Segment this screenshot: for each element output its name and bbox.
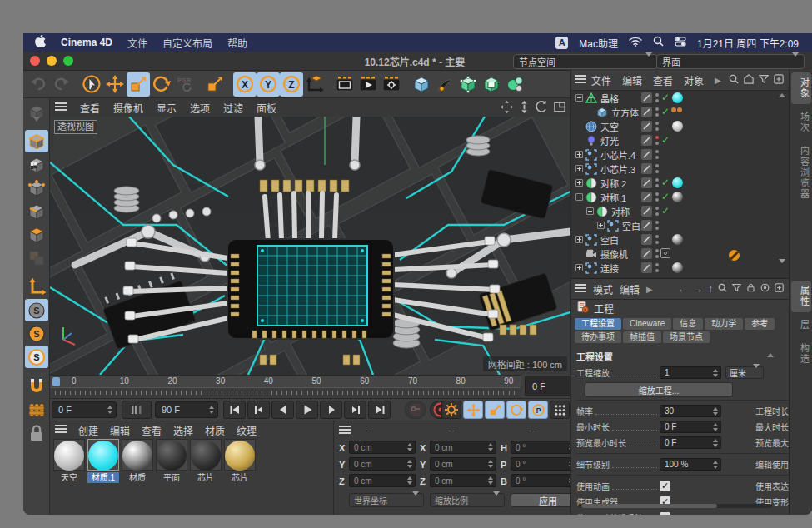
om-menu-object[interactable]: 对象 <box>684 73 704 87</box>
am-menu-overflow-icon[interactable]: ▶ <box>646 285 653 294</box>
camera-target-icon[interactable] <box>660 248 670 258</box>
attribute-value-field[interactable]: 0 F <box>660 421 721 433</box>
edit-tag-icon[interactable] <box>641 192 652 202</box>
tree-expander-icon[interactable] <box>575 179 583 187</box>
menu-bar-item-layout[interactable]: 自定义布局 <box>162 36 212 50</box>
object-manager-menu-icon[interactable] <box>575 74 586 86</box>
object-row[interactable]: 晶格✓ <box>571 91 789 105</box>
edit-tag-icon[interactable] <box>641 107 652 117</box>
add-panel-icon[interactable] <box>775 283 784 295</box>
attribute-tab-5[interactable]: 待办事项 <box>575 331 621 343</box>
layer-dots-icon[interactable] <box>655 107 659 117</box>
dolly-icon[interactable] <box>519 101 530 116</box>
edit-tag-icon[interactable] <box>641 234 652 245</box>
attribute-tab-6[interactable]: 帧插值 <box>623 331 661 343</box>
goto-end-button[interactable] <box>368 401 391 419</box>
object-row[interactable]: 小芯片.3 <box>571 162 789 176</box>
material-item[interactable]: 天空 <box>53 439 85 483</box>
object-row[interactable]: 小芯片.4 <box>571 147 789 162</box>
attribute-tab-2[interactable]: 信息 <box>673 318 703 330</box>
keying-scale-button[interactable] <box>485 401 505 419</box>
material-menu-2[interactable]: 查看 <box>142 423 162 437</box>
axis-mode-button[interactable] <box>25 276 48 298</box>
coord-scale-X-field[interactable]: 0 cm <box>430 441 496 454</box>
panel-tab-属性[interactable]: 属性 <box>791 281 811 312</box>
edit-tag-icon[interactable] <box>641 206 652 217</box>
add-generator-button[interactable] <box>480 72 503 97</box>
input-source-icon[interactable]: A <box>555 37 568 49</box>
weights-button[interactable] <box>25 398 48 421</box>
keying-rotation-button[interactable] <box>506 401 526 419</box>
model-mode-button[interactable] <box>25 130 48 152</box>
material-tag-icon[interactable] <box>672 121 683 132</box>
attribute-tab-4[interactable]: 参考 <box>745 318 775 330</box>
tree-expander-icon[interactable] <box>575 193 583 201</box>
forward-icon[interactable]: → <box>693 283 703 295</box>
enabled-check-icon[interactable]: ✓ <box>661 205 670 217</box>
layer-dots-icon[interactable] <box>655 164 659 173</box>
layer-dots-icon[interactable] <box>655 263 659 272</box>
object-row[interactable]: 空白.2 <box>571 218 789 232</box>
timeline-playhead[interactable] <box>52 377 60 386</box>
viewport-menu-4[interactable]: 过滤 <box>223 101 243 115</box>
lock-x-button[interactable]: X <box>233 72 257 97</box>
enable-snap-button[interactable]: S <box>25 299 48 321</box>
object-row[interactable]: 天空 <box>571 119 789 133</box>
filter-icon[interactable] <box>759 74 769 87</box>
tree-expander-icon[interactable] <box>597 222 605 229</box>
add-filter-icon[interactable] <box>774 74 784 87</box>
viewport-menu-2[interactable]: 显示 <box>157 101 177 115</box>
lock-icon[interactable] <box>746 283 755 295</box>
orbit-icon[interactable] <box>536 101 548 116</box>
enabled-check-icon[interactable]: ✓ <box>661 92 670 103</box>
tree-scroll-down[interactable] <box>779 263 785 275</box>
enabled-check-icon[interactable]: ✓ <box>661 191 670 202</box>
material-menu-1[interactable]: 编辑 <box>110 423 130 437</box>
coord-position-X-field[interactable]: 0 cm <box>349 441 416 454</box>
lock-z-button[interactable]: Z <box>280 72 303 97</box>
attribute-checkbox[interactable]: ✓ <box>660 512 670 515</box>
prev-frame-button[interactable] <box>271 401 294 419</box>
layer-dots-icon[interactable] <box>655 178 659 187</box>
filter-icon[interactable] <box>732 283 741 295</box>
next-frame-button[interactable] <box>320 401 342 419</box>
rotate-button[interactable] <box>150 72 173 97</box>
coord-rotation-P-field[interactable]: 0 ° <box>511 457 577 471</box>
snap-modes-button[interactable]: S <box>25 322 48 345</box>
object-row[interactable]: 灯光✓ <box>571 133 789 147</box>
move-button[interactable] <box>103 72 127 97</box>
timeline-ruler[interactable]: 0102030405060708090 <box>50 375 521 399</box>
material-menu-icon[interactable] <box>55 424 67 436</box>
up-icon[interactable]: ↑ <box>708 283 713 295</box>
menu-bar-app-name[interactable]: Cinema 4D <box>61 37 112 48</box>
phong-tag-icon[interactable] <box>671 107 682 112</box>
tree-expander-icon[interactable] <box>575 236 583 243</box>
browser-icon[interactable] <box>744 74 754 87</box>
attribute-value-field[interactable]: 1 <box>660 366 721 379</box>
protection-tag-icon[interactable] <box>729 250 740 261</box>
edit-tag-icon[interactable] <box>641 163 652 174</box>
wifi-icon[interactable] <box>629 37 642 49</box>
lock-workplane-button[interactable] <box>25 421 48 444</box>
record-keyframe-button[interactable] <box>405 401 426 419</box>
add-primitive-cube-button[interactable] <box>410 72 433 97</box>
tree-expander-icon[interactable] <box>586 207 594 215</box>
quantize-button[interactable]: S <box>25 346 48 368</box>
attribute-tab-0[interactable]: 工程设置 <box>575 318 621 330</box>
live-selection-button[interactable] <box>80 72 103 97</box>
magnet-button[interactable] <box>25 375 48 397</box>
panel-tab-构造[interactable]: 构造 <box>791 338 811 370</box>
material-menu-5[interactable]: 纹理 <box>237 423 257 437</box>
material-tag-icon[interactable] <box>672 192 683 202</box>
points-mode-button[interactable] <box>25 177 48 199</box>
scale-project-button[interactable]: 缩放工程... <box>585 382 733 397</box>
material-item[interactable]: 材质.1 <box>87 439 119 483</box>
record-active-objects-button[interactable] <box>441 401 461 419</box>
goto-start-button[interactable] <box>223 401 246 419</box>
keying-position-button[interactable] <box>463 401 483 419</box>
toggle-views-icon[interactable] <box>554 102 565 115</box>
enabled-check-icon[interactable]: ✓ <box>661 134 670 146</box>
render-to-picture-viewer-button[interactable] <box>356 72 380 97</box>
track-icon[interactable] <box>760 283 770 295</box>
edit-tag-icon[interactable] <box>641 248 652 259</box>
